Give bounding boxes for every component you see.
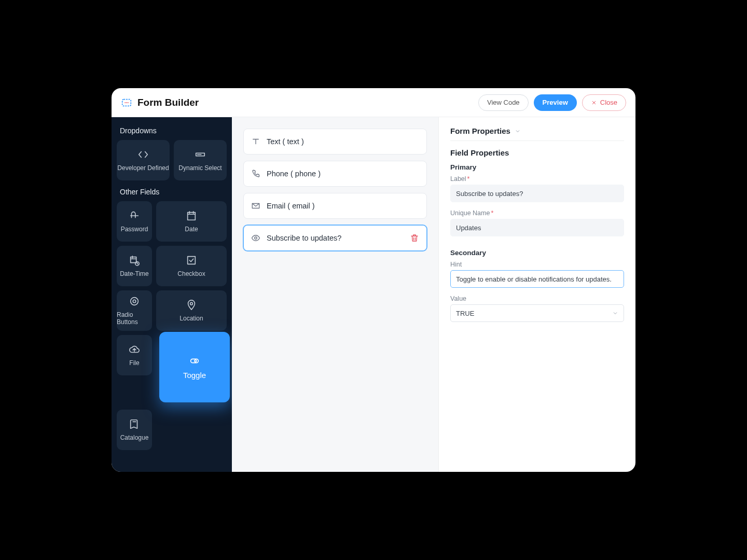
canvas-field-label: Subscribe to updates? bbox=[267, 234, 341, 242]
canvas[interactable]: Text ( text ) Phone ( phone ) Email ( em… bbox=[232, 117, 438, 472]
canvas-field-label: Text ( text ) bbox=[267, 137, 304, 146]
canvas-field-label: Email ( email ) bbox=[267, 202, 315, 210]
brand: Form Builder bbox=[121, 97, 199, 108]
hint-input[interactable] bbox=[450, 270, 624, 288]
properties-panel: Form Properties Field Properties Primary… bbox=[438, 117, 635, 472]
sidebar-tile-label: Radio Buttons bbox=[117, 311, 152, 326]
location-icon bbox=[186, 299, 197, 311]
chevron-down-icon bbox=[515, 128, 521, 134]
svg-point-3 bbox=[128, 102, 129, 103]
calendar-icon bbox=[186, 210, 197, 221]
sidebar-tile-date[interactable]: Date bbox=[156, 201, 227, 242]
logo-icon bbox=[121, 97, 132, 108]
chevron-down-icon bbox=[612, 310, 618, 316]
select-icon bbox=[195, 149, 206, 160]
sidebar-tile-label: Password bbox=[121, 226, 148, 233]
trash-icon bbox=[410, 233, 419, 243]
password-icon bbox=[129, 210, 140, 221]
calendar-clock-icon bbox=[129, 255, 140, 266]
sidebar: Dropdowns Developer Defined Dynamic Sele… bbox=[112, 117, 232, 472]
label-label: Label* bbox=[450, 175, 624, 183]
phone-icon bbox=[251, 169, 260, 178]
close-label: Close bbox=[600, 99, 617, 106]
toggle-icon bbox=[189, 355, 200, 367]
value-label: Value bbox=[450, 295, 624, 302]
sidebar-tile-label: Dynamic Select bbox=[178, 164, 222, 172]
sidebar-tile-label: Date bbox=[185, 226, 198, 233]
sidebar-tile-label: Developer Defined bbox=[117, 164, 169, 172]
sidebar-tile-label: Checkbox bbox=[177, 270, 205, 277]
label-input[interactable] bbox=[450, 185, 624, 202]
body: Dropdowns Developer Defined Dynamic Sele… bbox=[112, 117, 635, 472]
svg-point-2 bbox=[126, 102, 127, 103]
text-icon bbox=[251, 137, 260, 146]
canvas-field[interactable]: Email ( email ) bbox=[243, 193, 427, 219]
svg-point-1 bbox=[125, 102, 126, 103]
close-button[interactable]: Close bbox=[582, 94, 626, 111]
sidebar-tile-label: Date-Time bbox=[120, 270, 149, 277]
sidebar-tile-label: Toggle bbox=[183, 371, 206, 380]
sidebar-tile-label: File bbox=[129, 359, 139, 367]
email-icon bbox=[251, 201, 260, 211]
unique-name-label: Unique Name* bbox=[450, 209, 624, 217]
value-select-text: TRUE bbox=[456, 310, 474, 317]
primary-subtitle: Primary bbox=[450, 163, 624, 171]
secondary-subtitle: Secondary bbox=[450, 249, 624, 257]
sidebar-tile-label: Location bbox=[179, 315, 203, 322]
canvas-field-label: Phone ( phone ) bbox=[267, 170, 321, 178]
sidebar-tile-dynamic-select[interactable]: Dynamic Select bbox=[174, 140, 227, 180]
form-properties-title: Form Properties bbox=[450, 127, 510, 135]
sidebar-section-other: Other Fields bbox=[120, 188, 224, 196]
cloud-up-icon bbox=[129, 344, 140, 355]
sidebar-tile-checkbox[interactable]: Checkbox bbox=[156, 246, 227, 286]
sidebar-tile-catalogue[interactable]: Catalogue bbox=[117, 410, 152, 450]
sidebar-tile-developer-defined[interactable]: Developer Defined bbox=[117, 140, 170, 180]
form-properties-toggle[interactable]: Form Properties bbox=[450, 127, 624, 141]
value-select[interactable]: TRUE bbox=[450, 304, 624, 322]
close-icon bbox=[591, 100, 597, 106]
field-properties-title: Field Properties bbox=[450, 148, 624, 157]
app-window: Form Builder View Code Preview Close Dro… bbox=[112, 88, 635, 472]
hint-label: Hint bbox=[450, 261, 624, 268]
radio-icon bbox=[129, 296, 140, 307]
canvas-field[interactable]: Phone ( phone ) bbox=[243, 161, 427, 187]
catalogue-icon bbox=[129, 418, 140, 430]
sidebar-section-dropdowns: Dropdowns bbox=[120, 127, 224, 135]
view-code-button[interactable]: View Code bbox=[478, 94, 529, 111]
sidebar-tile-toggle[interactable]: Toggle bbox=[159, 332, 230, 402]
sidebar-tile-date-time[interactable]: Date-Time bbox=[117, 246, 152, 286]
eye-icon bbox=[251, 233, 260, 243]
app-title: Form Builder bbox=[137, 97, 199, 108]
canvas-field[interactable]: Text ( text ) bbox=[243, 129, 427, 155]
sidebar-tile-file[interactable]: File bbox=[117, 335, 152, 375]
sidebar-tile-label: Catalogue bbox=[120, 434, 149, 441]
sidebar-tile-location[interactable]: Location bbox=[156, 290, 227, 331]
sidebar-tile-radio-buttons[interactable]: Radio Buttons bbox=[117, 290, 152, 331]
unique-name-input[interactable] bbox=[450, 219, 624, 236]
preview-button[interactable]: Preview bbox=[534, 94, 577, 111]
checkbox-icon bbox=[186, 255, 197, 266]
sidebar-tile-password[interactable]: Password bbox=[117, 201, 152, 242]
canvas-field[interactable]: Subscribe to updates? bbox=[243, 225, 427, 251]
code-icon bbox=[137, 149, 149, 160]
topbar: Form Builder View Code Preview Close bbox=[112, 88, 635, 117]
